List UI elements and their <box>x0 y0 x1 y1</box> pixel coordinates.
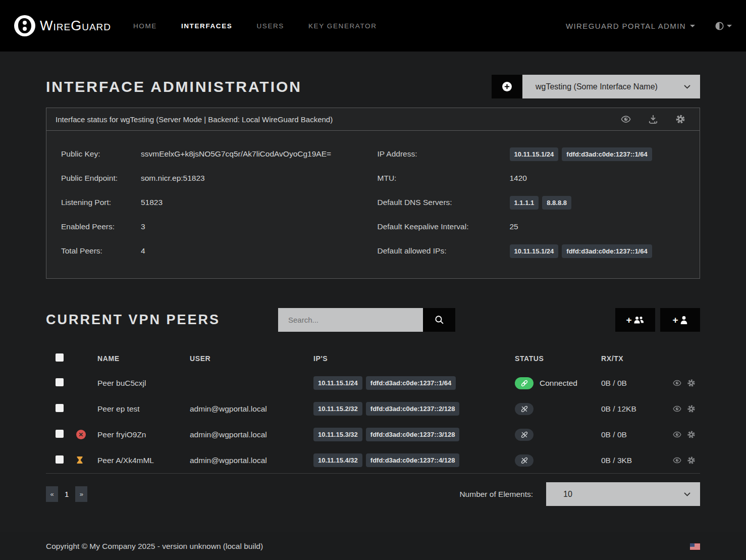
row-checkbox[interactable] <box>56 430 64 438</box>
peer-name: Peer ep test <box>97 396 190 422</box>
add-interface-button[interactable] <box>492 75 522 98</box>
table-row: Peer fryiO9Zn admin@wgportal.local 10.11… <box>46 422 700 447</box>
chevron-down-icon <box>683 492 691 497</box>
detail-label: Default DNS Servers: <box>378 198 510 207</box>
theme-half-circle-icon <box>715 22 724 30</box>
detail-label: Listening Port: <box>61 198 141 207</box>
interface-select-value: wgTesting (Some Interface Name) <box>536 82 683 91</box>
detail-total-peers: Total Peers: 4 <box>61 239 378 263</box>
peer-settings-gear-icon[interactable] <box>687 456 696 465</box>
pagination-next-button[interactable]: » <box>75 486 87 502</box>
nav-item-interfaces[interactable]: INTERFACES <box>181 22 233 30</box>
pagination: « 1 » <box>46 486 87 502</box>
user-icon <box>680 316 688 325</box>
peer-view-eye-icon[interactable] <box>673 456 681 465</box>
peers-table: NAME USER IP'S STATUS RX/TX Peer buC5cxj… <box>46 346 700 474</box>
footer: Copyright © My Company 2025 - version un… <box>0 532 746 560</box>
nav-item-key-generator[interactable]: KEY GENERATOR <box>308 22 377 30</box>
status-disconnected-icon <box>515 429 534 441</box>
detail-enabled-peers: Enabled Peers: 3 <box>61 215 378 239</box>
search-input[interactable] <box>278 308 423 332</box>
detail-mtu: MTU: 1420 <box>378 166 694 190</box>
peer-user <box>190 370 313 396</box>
col-header-user: USER <box>190 346 313 370</box>
peer-rxtx: 0B / 3KB <box>601 447 673 474</box>
nav-item-users[interactable]: USERS <box>256 22 284 30</box>
peer-ip4-badge: 10.11.15.3/32 <box>313 428 362 441</box>
copyright-text: Copyright © My Company 2025 - version un… <box>46 542 263 551</box>
dns-badge: 1.1.1.1 <box>510 196 539 210</box>
col-header-name: NAME <box>97 346 190 370</box>
status-label: Connected <box>540 379 577 388</box>
peer-ip6-badge: fdfd:d3ad:c0de:1237::3/128 <box>366 428 460 441</box>
row-checkbox[interactable] <box>56 455 64 464</box>
peers-section-title: CURRENT VPN PEERS <box>46 312 278 328</box>
status-disconnected-icon <box>515 403 534 415</box>
detail-label: Public Endpoint: <box>61 174 141 183</box>
peer-user: admin@wgportal.local <box>190 396 313 422</box>
add-multiple-peers-button[interactable]: + <box>615 308 655 332</box>
detail-listening-port: Listening Port: 51823 <box>61 190 378 215</box>
listening-port-value: 51823 <box>141 198 163 207</box>
user-menu-dropdown[interactable]: WIREGUARD PORTAL ADMIN <box>566 22 695 30</box>
download-config-icon[interactable] <box>648 114 658 124</box>
plus-icon: + <box>672 315 678 325</box>
status-connected-icon <box>515 377 534 389</box>
caret-down-icon <box>727 25 732 27</box>
public-key-value: ssvmEelxG+k8jsNO5G7cq5r/Ak7liCodAvOyoCg1… <box>141 149 331 159</box>
search-button[interactable] <box>423 308 455 332</box>
detail-public-key: Public Key: ssvmEelxG+k8jsNO5G7cq5r/Ak7l… <box>61 142 378 166</box>
col-header-ips: IP'S <box>313 346 515 370</box>
detail-label: Public Key: <box>61 149 141 159</box>
peer-view-eye-icon[interactable] <box>673 404 681 413</box>
detail-allowed-ips: Default allowed IPs: 10.11.15.1/24 fdfd:… <box>378 239 694 263</box>
detail-label: Enabled Peers: <box>61 222 141 231</box>
navbar: WireGuard HOME INTERFACES USERS KEY GENE… <box>0 0 746 52</box>
plus-circle-icon <box>502 81 512 92</box>
dns-badge: 8.8.8.8 <box>542 196 571 210</box>
plus-icon: + <box>626 315 631 325</box>
view-config-eye-icon[interactable] <box>621 114 631 124</box>
user-menu-label: WIREGUARD PORTAL ADMIN <box>566 22 686 30</box>
elements-per-page-value: 10 <box>563 490 683 499</box>
select-all-checkbox[interactable] <box>56 353 64 362</box>
peer-view-eye-icon[interactable] <box>673 430 681 439</box>
peer-settings-gear-icon[interactable] <box>687 379 696 387</box>
theme-toggle-dropdown[interactable] <box>715 22 732 30</box>
peer-settings-gear-icon[interactable] <box>687 430 696 439</box>
add-peer-button[interactable]: + <box>660 308 700 332</box>
interface-select[interactable]: wgTesting (Some Interface Name) <box>522 75 700 98</box>
brand-logo[interactable]: WireGuard <box>14 15 111 36</box>
peer-settings-gear-icon[interactable] <box>687 404 696 413</box>
interface-settings-gear-icon[interactable] <box>675 114 685 124</box>
caret-down-icon <box>690 25 695 27</box>
wireguard-logo-icon <box>14 15 35 36</box>
detail-dns-servers: Default DNS Servers: 1.1.1.1 8.8.8.8 <box>378 190 694 215</box>
interface-status-card: Interface status for wgTesting (Server M… <box>46 108 700 279</box>
peer-ip6-badge: fdfd:d3ad:c0de:1237::1/64 <box>366 376 456 390</box>
interface-status-title: Interface status for wgTesting (Server M… <box>56 115 333 124</box>
allowed-ip-badge: 10.11.15.1/24 <box>510 244 559 258</box>
elements-per-page-select[interactable]: 10 <box>546 482 700 506</box>
peer-rxtx: 0B / 12KB <box>601 396 673 422</box>
row-checkbox[interactable] <box>56 378 64 386</box>
row-checkbox[interactable] <box>56 404 64 412</box>
elements-per-page-label: Number of Elements: <box>459 490 533 499</box>
peer-view-eye-icon[interactable] <box>673 379 681 387</box>
col-header-status: STATUS <box>515 346 601 370</box>
pagination-current-page[interactable]: 1 <box>65 490 69 498</box>
peer-ip6-badge: fdfd:d3ad:c0de:1237::4/128 <box>366 453 460 467</box>
nav-item-home[interactable]: HOME <box>133 22 157 30</box>
peer-ip4-badge: 10.11.15.1/24 <box>313 376 362 390</box>
detail-label: IP Address: <box>378 149 510 159</box>
peer-rxtx: 0B / 0B <box>601 370 673 396</box>
pagination-prev-button[interactable]: « <box>46 486 58 502</box>
language-flag-us-icon[interactable] <box>690 543 700 550</box>
table-row: Peer ep test admin@wgportal.local 10.11.… <box>46 396 700 422</box>
detail-keepalive: Default Keepalive Interval: 25 <box>378 215 694 239</box>
mtu-value: 1420 <box>510 174 527 183</box>
nav-items: HOME INTERFACES USERS KEY GENERATOR <box>133 22 377 30</box>
total-peers-value: 4 <box>141 246 145 256</box>
peer-ip4-badge: 10.11.15.2/32 <box>313 402 362 416</box>
users-group-icon <box>633 316 645 325</box>
